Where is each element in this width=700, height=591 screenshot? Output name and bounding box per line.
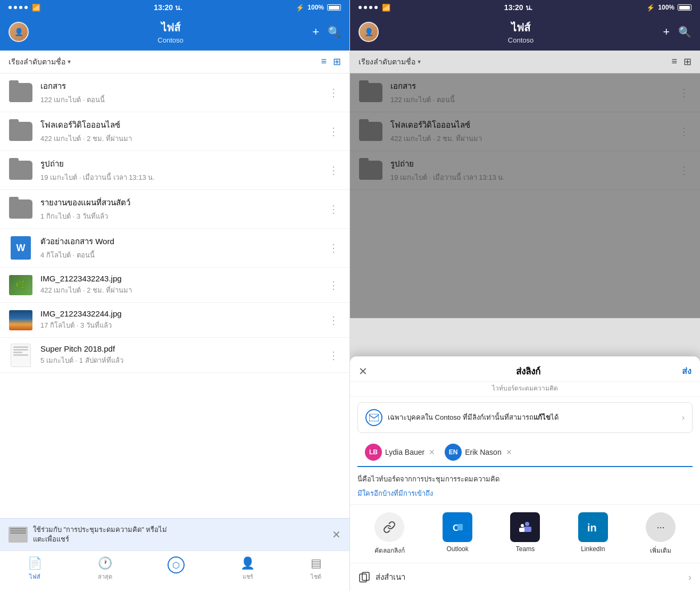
- outlook-icon: O: [443, 512, 472, 542]
- grid-view-icon-right[interactable]: ⊞: [684, 56, 691, 68]
- share-close-button[interactable]: ✕: [359, 365, 374, 378]
- nav-item-share[interactable]: 👤 แชร์: [234, 555, 261, 582]
- rfolder-shape-0: [359, 83, 382, 102]
- nav-item-center[interactable]: ⬡: [161, 555, 191, 582]
- list-view-icon-right[interactable]: ≡: [671, 56, 677, 68]
- header-subtitle-right: Contoso: [508, 36, 534, 44]
- folder-shape-2: [9, 161, 32, 180]
- right-panel: 📶 13:20 น. ⚡ 100% 👤 ไฟส์ Contoso + 🔍 เรี…: [350, 0, 700, 591]
- file-more-1[interactable]: ⋮: [326, 123, 341, 140]
- file-item-0[interactable]: เอกสาร 122 เมกะไบต์ · ตอนนี้ ⋮: [0, 73, 349, 112]
- share-options: คัดลอกลิงก์ O Outlook: [350, 504, 700, 563]
- rfile-more-2[interactable]: ⋮: [677, 162, 691, 179]
- nav-item-recent[interactable]: 🕐 ล่าสุด: [91, 555, 119, 582]
- linkedin-label: LinkedIn: [581, 545, 605, 553]
- rfile-meta-2: รูปถ่าย 19 เมกะไบต์ · เมื่อวานนี้ เวลา 1…: [390, 157, 677, 183]
- file-name-3: รายงานของแผนที่สวนสัตว์: [40, 196, 326, 209]
- pdf-icon: [11, 344, 31, 367]
- rfile-more-1[interactable]: ⋮: [677, 123, 691, 140]
- file-info-1: 422 เมกะไบต์ · 2 ชม. ที่ผ่านมา: [40, 133, 326, 144]
- share-option-outlook[interactable]: O Outlook: [443, 512, 472, 555]
- linkedin-svg: in: [585, 519, 602, 536]
- outlook-svg: O: [450, 520, 465, 535]
- nav-label-sites: ไซต์: [311, 572, 321, 581]
- list-view-icon-left[interactable]: ≡: [321, 56, 327, 68]
- rfile-item-2[interactable]: รูปถ่าย 19 เมกะไบต์ · เมื่อวานนี้ เวลา 1…: [350, 151, 700, 190]
- share-option-more[interactable]: ··· เพิ่มเติม: [646, 512, 676, 555]
- status-bar-left: 📶 13:20 น. ⚡ 100%: [0, 0, 349, 15]
- file-item-5[interactable]: 🌿 IMG_21223432243.jpg 422 เมกะไบต์ · 2 ช…: [0, 268, 349, 303]
- share-option-teams[interactable]: Teams: [510, 512, 540, 555]
- dot4: [24, 6, 28, 9]
- img-thumb-green: 🌿: [9, 275, 32, 295]
- file-item-6[interactable]: IMG_21223432244.jpg 17 กิโลไบต์ · 3 วันท…: [0, 303, 349, 338]
- rfolder-shape-1: [359, 122, 382, 141]
- file-more-4[interactable]: ⋮: [326, 239, 341, 256]
- header-actions-right: + 🔍: [663, 25, 691, 39]
- avatar-left[interactable]: 👤: [9, 22, 29, 42]
- grid-view-icon-left[interactable]: ⊞: [333, 56, 341, 68]
- file-item-7[interactable]: Super Pitch 2018.pdf 5 เมกะไบต์ · 1 สัปด…: [0, 338, 349, 373]
- file-item-4[interactable]: ตัวอย่างเอกสาร Word 4 กิโลไบต์ · ตอนนี้ …: [0, 229, 349, 268]
- file-item-3[interactable]: รายงานของแผนที่สวนสัตว์ 1 กิกะไบต์ · 3 ว…: [0, 190, 349, 229]
- sort-label-right[interactable]: เรียงลำดับตามชื่อ ▾: [359, 56, 421, 68]
- folder-shape-0: [9, 83, 32, 102]
- avatar-right[interactable]: 👤: [359, 22, 379, 42]
- rfile-item-0[interactable]: เอกสาร 122 เมกะไบต์ · ตอนนี้ ⋮: [350, 73, 700, 112]
- file-more-0[interactable]: ⋮: [326, 84, 341, 101]
- file-item-1[interactable]: โฟลเดอร์วิดิโอออนไลซ์ 422 เมกะไบต์ · 2 ช…: [0, 112, 349, 151]
- sort-label-left[interactable]: เรียงลำดับตามชื่อ ▾: [9, 56, 71, 68]
- rfile-info-2: 19 เมกะไบต์ · เมื่อวานนี้ เวลา 13:13 น.: [390, 172, 677, 183]
- recipient-chip-1: EN Erik Nason ✕: [445, 444, 512, 461]
- file-more-2[interactable]: ⋮: [326, 162, 341, 179]
- permission-row[interactable]: เฉพาะบุคคลใน Contoso ที่มีลิงก์เท่านั้นท…: [357, 402, 693, 433]
- share-link-more[interactable]: มีใครอีกบ้างที่มีการเข้าถึง: [350, 487, 700, 504]
- dot3: [19, 6, 22, 9]
- copy-link-icon: [374, 512, 404, 542]
- add-button-right[interactable]: +: [663, 25, 670, 39]
- avatar-img-left: 👤: [10, 23, 28, 41]
- toast-bar[interactable]: ใช้ร่วมกับ "การประชุมระดมความคิด" หรือไม…: [0, 518, 349, 551]
- header-center-right: ไฟส์ Contoso: [508, 19, 534, 44]
- file-more-7[interactable]: ⋮: [326, 347, 341, 364]
- teams-label: Teams: [516, 545, 535, 553]
- toast-content: ใช้ร่วมกับ "การประชุมระดมความคิด" หรือไม…: [9, 525, 328, 544]
- rfile-info-1: 422 เมกะไบต์ · 2 ชม. ที่ผ่านมา: [390, 133, 677, 144]
- file-meta-7: Super Pitch 2018.pdf 5 เมกะไบต์ · 1 สัปด…: [40, 344, 326, 366]
- header-title-right: ไฟส์: [508, 19, 534, 36]
- share-option-copy[interactable]: คัดลอกลิงก์: [374, 512, 405, 555]
- share-title: ส่งลิงก์: [374, 364, 682, 378]
- svg-point-5: [525, 522, 529, 526]
- permission-chevron-icon: ›: [682, 413, 685, 422]
- nav-item-sites[interactable]: ▤ ไซต์: [304, 555, 328, 582]
- file-item-2[interactable]: รูปถ่าย 19 เมกะไบต์ · เมื่อวานนี้ เวลา 1…: [0, 151, 349, 190]
- rfile-name-2: รูปถ่าย: [390, 157, 677, 170]
- toast-close-button[interactable]: ✕: [332, 528, 341, 541]
- file-name-2: รูปถ่าย: [40, 157, 326, 170]
- search-button-right[interactable]: 🔍: [678, 26, 691, 38]
- sites-nav-icon: ▤: [311, 556, 322, 570]
- wifi-icon: 📶: [32, 4, 40, 12]
- share-send-button[interactable]: ส่ง: [682, 364, 691, 378]
- dot2: [14, 6, 17, 9]
- header-center-left: ไฟส์ Contoso: [157, 19, 183, 44]
- perm-text-main: เฉพาะบุคคลใน Contoso ที่มีลิงก์เท่านั้นท…: [388, 413, 534, 421]
- rfile-item-1[interactable]: โฟลเดอร์วิดิโอออนไลซ์ 422 เมกะไบต์ · 2 ช…: [350, 112, 700, 151]
- nav-label-files: ไฟส์: [29, 572, 40, 581]
- chip-remove-1[interactable]: ✕: [506, 448, 512, 456]
- file-more-6[interactable]: ⋮: [326, 312, 341, 329]
- chip-remove-0[interactable]: ✕: [429, 448, 435, 456]
- share-header: ✕ ส่งลิงก์ ส่ง: [350, 356, 700, 382]
- recent-nav-icon: 🕐: [98, 556, 112, 570]
- file-more-3[interactable]: ⋮: [326, 201, 341, 218]
- send-copy-row[interactable]: ส่งสำเนา ›: [350, 563, 700, 591]
- nav-item-files[interactable]: 📄 ไฟส์: [21, 555, 48, 582]
- share-note: นี่คือไวท์บอร์ดจากการประชุมการระดมความคิ…: [350, 467, 700, 487]
- share-option-linkedin[interactable]: in LinkedIn: [578, 512, 608, 555]
- rfile-more-0[interactable]: ⋮: [677, 84, 691, 101]
- add-button-left[interactable]: +: [312, 25, 319, 39]
- rdot1: [359, 6, 362, 9]
- file-more-5[interactable]: ⋮: [326, 277, 341, 294]
- search-button-left[interactable]: 🔍: [328, 26, 341, 38]
- file-meta-2: รูปถ่าย 19 เมกะไบต์ · เมื่อวานนี้ เวลา 1…: [40, 157, 326, 183]
